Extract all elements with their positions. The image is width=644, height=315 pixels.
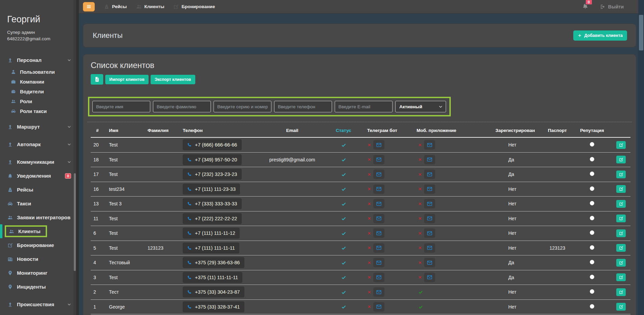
telegram-bot-cell — [363, 140, 414, 150]
filter-name-input[interactable] — [92, 101, 150, 112]
send-telegram-message-button[interactable] — [373, 228, 384, 238]
send-push-message-button[interactable] — [424, 140, 435, 150]
edit-cell — [616, 171, 626, 178]
phone-number: +7 (111) 111-23-33 — [195, 186, 236, 192]
page-scrollbar-thumb[interactable] — [639, 15, 643, 50]
sidebar-item-3[interactable]: Водители — [0, 87, 76, 96]
topbar-link-flights[interactable]: Рейсы — [104, 4, 127, 9]
sidebar-item-11[interactable]: Такси — [0, 197, 76, 210]
sidebar-item-12[interactable]: Заявки интеграторов — [0, 210, 76, 224]
sidebar-item-16[interactable]: Мониторинг — [0, 266, 76, 280]
filter-phone-input[interactable] — [274, 101, 332, 112]
send-telegram-message-button[interactable] — [373, 214, 384, 223]
phone-chip[interactable]: +375 (11) 111-11-11 — [183, 272, 242, 283]
logout-button[interactable]: Выйти — [600, 4, 624, 9]
sidebar-item-5[interactable]: Роли такси — [0, 106, 76, 116]
filter-passport-input[interactable] — [214, 101, 271, 112]
topbar-link-clients[interactable]: Клиенты — [136, 4, 164, 9]
notifications-button[interactable]: 0 — [582, 3, 589, 10]
sidebar-item-10[interactable]: Рейсы — [0, 183, 76, 197]
page-scrollbar[interactable] — [638, 0, 644, 315]
sidebar-item-18[interactable]: Происшествия — [0, 297, 76, 311]
send-telegram-message-button[interactable] — [373, 184, 384, 194]
phone-chip[interactable]: +7 (222) 222-22-22 — [183, 213, 242, 224]
reputation-dot — [590, 245, 594, 251]
send-push-message-button[interactable] — [424, 214, 435, 223]
edit-client-button[interactable] — [616, 141, 626, 149]
send-telegram-message-button[interactable] — [373, 140, 384, 150]
send-telegram-message-button[interactable] — [373, 155, 384, 164]
phone-chip[interactable]: +375 (33) 304-23-87 — [183, 287, 244, 297]
sidebar-item-9[interactable]: Уведомления0 — [0, 169, 76, 183]
edit-client-button[interactable] — [616, 288, 626, 296]
send-telegram-message-button[interactable] — [373, 170, 384, 179]
phone-chip[interactable]: +7 (232) 323-23-23 — [183, 169, 242, 180]
send-push-message-button[interactable] — [424, 273, 435, 282]
sidebar-item-19[interactable]: Оперативные задачи — [0, 311, 76, 315]
phone-icon — [187, 216, 192, 221]
sidebar-item-8[interactable]: Коммуникации — [0, 155, 76, 169]
edit-client-button[interactable] — [616, 171, 626, 178]
send-push-message-button[interactable] — [424, 258, 435, 267]
send-push-message-button[interactable] — [424, 228, 435, 238]
send-telegram-message-button[interactable] — [373, 258, 384, 267]
export-clients-button[interactable]: Экспорт клиентов — [151, 75, 195, 84]
phone-chip[interactable]: +375 (33) 328-37-41 — [183, 301, 244, 312]
topbar-link-booking[interactable]: Бронирование — [173, 4, 215, 9]
add-client-button[interactable]: Добавить клиента — [573, 30, 627, 41]
client-id: 4 — [91, 260, 108, 265]
send-push-message-button[interactable] — [424, 170, 435, 179]
sidebar-item-2[interactable]: Компании — [0, 77, 76, 87]
sidebar-scrollbar[interactable] — [73, 0, 76, 315]
sidebar-item-14[interactable]: Бронирование — [0, 238, 76, 252]
phone-chip[interactable]: +7 (666) 666-66-66 — [183, 139, 242, 150]
sidebar-scrollbar-thumb[interactable] — [74, 173, 76, 271]
content: Клиенты Добавить клиента Список клиентов… — [79, 14, 644, 315]
import-clients-button[interactable]: Импорт клиентов — [105, 75, 149, 84]
sidebar-item-4[interactable]: Роли — [0, 96, 76, 106]
send-telegram-message-button[interactable] — [373, 287, 384, 297]
filter-surname-input[interactable] — [153, 101, 211, 112]
status-active-icon — [341, 290, 346, 295]
edit-client-button[interactable] — [616, 229, 626, 237]
menu-toggle-button[interactable] — [83, 2, 95, 12]
send-push-message-button[interactable] — [424, 199, 435, 208]
column-header: Моб. приложение — [414, 128, 488, 133]
edit-icon — [619, 261, 623, 265]
edit-client-button[interactable] — [616, 244, 626, 252]
not-connected-icon — [418, 246, 422, 250]
status-active-icon — [341, 275, 346, 280]
phone-chip[interactable]: +7 (333) 333-33-33 — [183, 198, 242, 209]
edit-client-button[interactable] — [616, 303, 626, 311]
edit-client-button[interactable] — [616, 273, 626, 281]
phone-chip[interactable]: +7 (111) 111-11-12 — [183, 228, 240, 239]
send-telegram-message-button[interactable] — [373, 273, 384, 282]
edit-client-button[interactable] — [616, 200, 626, 208]
chevron-down-icon — [67, 124, 71, 130]
send-telegram-message-button[interactable] — [373, 243, 384, 253]
sidebar-item-17[interactable]: Инциденты — [0, 280, 76, 294]
briefcase-icon — [11, 79, 16, 84]
sidebar-item-0[interactable]: Персонал — [0, 53, 76, 67]
phone-chip[interactable]: +7 (111) 111-23-33 — [183, 184, 240, 195]
phone-chip[interactable]: +7 (111) 111-11-11 — [183, 243, 239, 253]
phone-chip[interactable]: +375 (29) 336-63-86 — [183, 257, 244, 268]
sidebar-item-15[interactable]: Новости — [0, 252, 76, 266]
sidebar-item-7[interactable]: Автопарк — [0, 137, 76, 151]
edit-client-button[interactable] — [616, 156, 626, 163]
send-push-message-button[interactable] — [424, 243, 435, 253]
filter-email-input[interactable] — [335, 101, 393, 112]
send-push-message-button[interactable] — [424, 184, 435, 194]
send-push-message-button[interactable] — [424, 155, 435, 164]
status-select[interactable]: Активный — [395, 101, 446, 112]
edit-client-button[interactable] — [616, 259, 626, 267]
sidebar-item-6[interactable]: Маршрут — [0, 120, 76, 134]
sidebar-item-13[interactable]: Клиенты — [0, 224, 76, 238]
phone-chip[interactable]: +7 (349) 957-50-20 — [183, 154, 242, 165]
sidebar-item-1[interactable]: Пользователи — [0, 67, 76, 77]
send-telegram-message-button[interactable] — [373, 199, 384, 208]
excel-file-button[interactable] — [91, 74, 103, 85]
edit-client-button[interactable] — [616, 215, 626, 222]
edit-client-button[interactable] — [616, 185, 626, 193]
send-telegram-message-button[interactable] — [373, 302, 384, 312]
